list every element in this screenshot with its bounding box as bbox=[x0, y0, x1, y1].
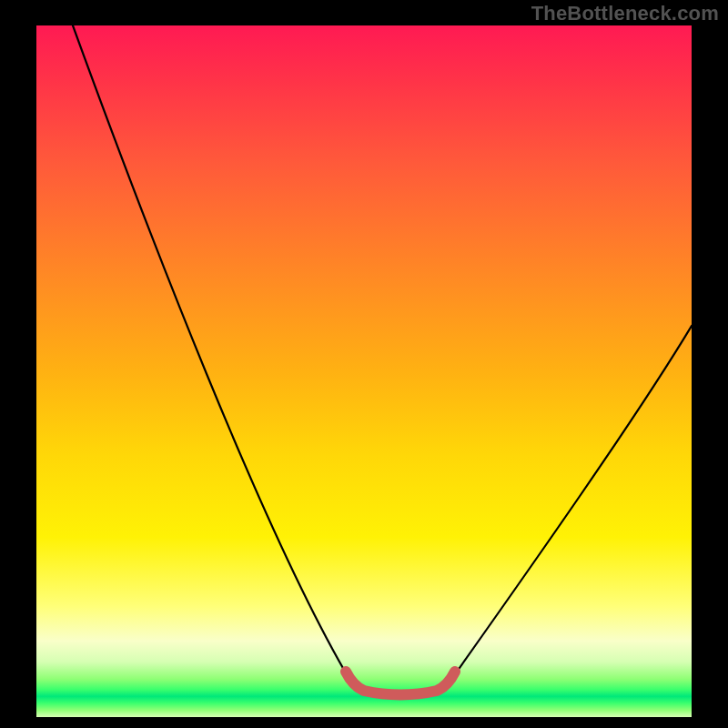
bottleneck-curve bbox=[36, 25, 692, 717]
curve-valley-highlight bbox=[346, 672, 455, 695]
plot-area bbox=[36, 25, 692, 717]
watermark-text: TheBottleneck.com bbox=[531, 2, 719, 25]
chart-root: TheBottleneck.com bbox=[0, 0, 728, 728]
curve-left-branch bbox=[73, 25, 350, 681]
curve-right-branch bbox=[450, 326, 692, 681]
